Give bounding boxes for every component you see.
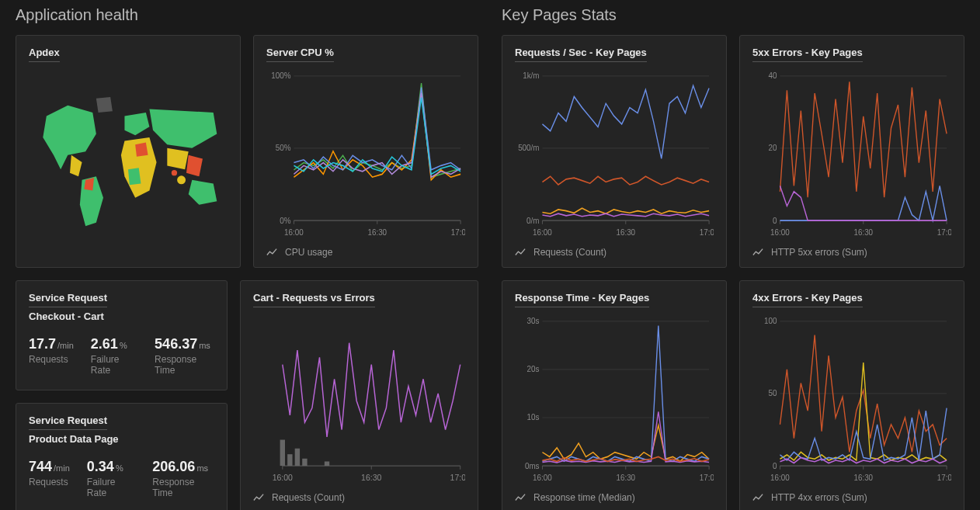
panel-apdex[interactable]: Apdex bbox=[16, 35, 241, 268]
stats-row: 744/min Requests 0.34% Failure Rate 206.… bbox=[29, 459, 214, 498]
svg-text:17:00: 17:00 bbox=[700, 227, 714, 237]
footer-label: Requests (Count) bbox=[272, 492, 345, 503]
svg-text:16:00: 16:00 bbox=[770, 227, 790, 237]
svg-text:16:30: 16:30 bbox=[616, 227, 635, 237]
panel-title: Response Time - Key Pages bbox=[515, 292, 649, 307]
footer-label: Requests (Count) bbox=[533, 247, 606, 258]
svg-text:16:30: 16:30 bbox=[853, 472, 873, 482]
stat-label: Response Time bbox=[155, 354, 214, 376]
section-title-right: Key Pages Stats bbox=[502, 6, 964, 24]
stat-value: 0.34 bbox=[87, 459, 114, 474]
panel-cart[interactable]: Cart - Requests vs Errors 16:0016:3017:0… bbox=[240, 280, 478, 510]
svg-text:30s: 30s bbox=[527, 315, 540, 325]
svg-text:0: 0 bbox=[773, 460, 777, 470]
stat-label: Failure Rate bbox=[87, 477, 135, 498]
svg-text:0%: 0% bbox=[280, 215, 291, 225]
stat-unit: % bbox=[116, 463, 123, 473]
panel-title: Service Request bbox=[29, 292, 107, 307]
chart-rtime[interactable]: 0ms10s20s30s16:0016:3017:00 bbox=[515, 312, 714, 486]
svg-text:17:00: 17:00 bbox=[450, 472, 465, 482]
world-map[interactable] bbox=[29, 67, 228, 258]
chart-err4xx[interactable]: 05010016:0016:3017:00 bbox=[752, 312, 951, 486]
svg-text:0ms: 0ms bbox=[525, 460, 540, 470]
stat-label: Response Time bbox=[152, 477, 214, 498]
svg-text:500/m: 500/m bbox=[518, 143, 539, 153]
panel-product[interactable]: Service Request Product Data Page 744/mi… bbox=[16, 403, 228, 510]
stat-unit: % bbox=[120, 341, 127, 350]
section-title-left: Application health bbox=[16, 6, 478, 24]
svg-text:17:00: 17:00 bbox=[451, 227, 465, 237]
svg-rect-28 bbox=[325, 461, 329, 466]
line-chart-icon bbox=[253, 492, 264, 503]
panel-cpu[interactable]: Server CPU % 0%50%100%16:0016:3017:00 CP… bbox=[253, 35, 478, 268]
panel-title: Cart - Requests vs Errors bbox=[253, 292, 375, 307]
svg-rect-23 bbox=[287, 454, 292, 466]
svg-text:10s: 10s bbox=[527, 412, 540, 422]
line-chart-icon bbox=[515, 492, 526, 503]
stat-response-time: 546.37ms Response Time bbox=[155, 336, 214, 376]
stat-value: 744 bbox=[29, 459, 52, 474]
chart-reqsec[interactable]: 0/m500/m1k/m16:0016:3017:00 bbox=[515, 67, 714, 241]
svg-point-1 bbox=[172, 170, 177, 175]
left-column: Application health Apdex bbox=[16, 0, 478, 510]
svg-rect-25 bbox=[302, 459, 307, 466]
panel-title: Server CPU % bbox=[266, 47, 334, 62]
stat-value: 17.7 bbox=[29, 336, 56, 352]
panel-err4xx[interactable]: 4xx Errors - Key Pages 05010016:0016:301… bbox=[739, 280, 964, 510]
dashboard: Application health Apdex bbox=[0, 0, 980, 510]
panel-rtime[interactable]: Response Time - Key Pages 0ms10s20s30s16… bbox=[502, 280, 727, 510]
svg-text:1k/m: 1k/m bbox=[523, 70, 539, 80]
svg-text:17:00: 17:00 bbox=[937, 227, 951, 237]
svg-text:16:00: 16:00 bbox=[770, 472, 790, 482]
svg-text:16:30: 16:30 bbox=[616, 472, 635, 482]
line-chart-icon bbox=[515, 247, 526, 258]
panel-reqsec[interactable]: Requests / Sec - Key Pages 0/m500/m1k/m1… bbox=[502, 35, 727, 268]
panel-title: 4xx Errors - Key Pages bbox=[752, 292, 863, 307]
footer-label: CPU usage bbox=[285, 247, 332, 258]
svg-text:0/m: 0/m bbox=[526, 215, 539, 225]
svg-text:20: 20 bbox=[769, 143, 777, 153]
stat-failure: 0.34% Failure Rate bbox=[87, 459, 135, 498]
stat-value: 546.37 bbox=[155, 336, 197, 352]
line-chart-icon bbox=[752, 247, 763, 258]
right-column: Key Pages Stats Requests / Sec - Key Pag… bbox=[502, 0, 964, 510]
stat-unit: ms bbox=[199, 341, 210, 350]
stat-label: Requests bbox=[29, 477, 70, 487]
panel-title: Apdex bbox=[29, 47, 60, 62]
svg-text:20s: 20s bbox=[527, 364, 540, 374]
svg-text:50: 50 bbox=[769, 388, 777, 398]
svg-text:50%: 50% bbox=[276, 143, 291, 153]
svg-text:17:00: 17:00 bbox=[937, 472, 951, 482]
stat-unit: ms bbox=[196, 463, 208, 473]
panel-subtitle: Product Data Page bbox=[29, 433, 214, 445]
svg-text:40: 40 bbox=[769, 70, 777, 80]
panel-subtitle: Checkout - Cart bbox=[29, 311, 214, 322]
footer-label: HTTP 5xx errors (Sum) bbox=[771, 247, 867, 258]
panel-err5xx[interactable]: 5xx Errors - Key Pages 0204016:0016:3017… bbox=[739, 35, 964, 268]
panel-title: Service Request bbox=[29, 415, 107, 430]
stat-label: Failure Rate bbox=[91, 354, 137, 376]
svg-text:16:30: 16:30 bbox=[361, 472, 381, 482]
chart-cart[interactable]: 16:0016:3017:00 bbox=[253, 312, 465, 486]
stat-response-time: 206.06ms Response Time bbox=[152, 459, 214, 498]
stat-requests: 17.7/min Requests bbox=[29, 336, 74, 376]
svg-point-0 bbox=[177, 175, 186, 184]
panel-title: Requests / Sec - Key Pages bbox=[515, 47, 647, 62]
stat-unit: /min bbox=[54, 463, 70, 473]
svg-text:16:00: 16:00 bbox=[284, 227, 304, 237]
stat-value: 2.61 bbox=[91, 336, 118, 352]
stat-unit: /min bbox=[57, 341, 74, 350]
svg-text:16:00: 16:00 bbox=[273, 472, 293, 482]
line-chart-icon bbox=[266, 247, 277, 258]
stat-label: Requests bbox=[29, 354, 74, 365]
footer-label: Response time (Median) bbox=[533, 492, 635, 503]
chart-err5xx[interactable]: 0204016:0016:3017:00 bbox=[752, 67, 951, 241]
panel-checkout[interactable]: Service Request Checkout - Cart 17.7/min… bbox=[16, 280, 228, 390]
footer-label: HTTP 4xx errors (Sum) bbox=[771, 492, 867, 503]
svg-text:16:30: 16:30 bbox=[853, 227, 873, 237]
svg-text:100%: 100% bbox=[271, 70, 290, 80]
svg-rect-24 bbox=[295, 449, 300, 466]
svg-text:16:00: 16:00 bbox=[533, 227, 552, 237]
line-chart-icon bbox=[752, 492, 763, 503]
chart-cpu[interactable]: 0%50%100%16:0016:3017:00 bbox=[266, 67, 465, 241]
